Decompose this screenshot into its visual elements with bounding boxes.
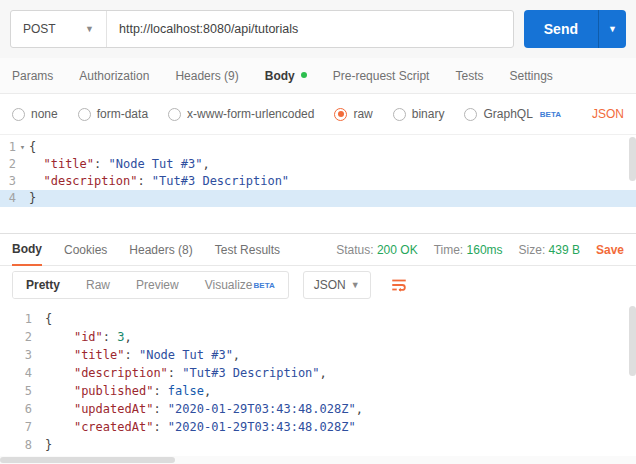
time-badge: Time: 160ms	[434, 243, 503, 257]
body-type-binary[interactable]: binary	[393, 107, 445, 121]
response-tab-headers[interactable]: Headers (8)	[129, 233, 192, 266]
response-horizontal-scrollbar[interactable]	[0, 456, 636, 464]
size-label: Size:	[519, 243, 546, 257]
tab-params[interactable]: Params	[12, 69, 53, 83]
method-select[interactable]: POST ▼	[11, 11, 107, 47]
radio-icon	[168, 108, 181, 121]
code-line-7[interactable]: 7 "createdAt": "2020-01-29T03:43:48.028Z…	[0, 418, 636, 436]
tab-pre-request-script[interactable]: Pre-request Script	[333, 69, 430, 83]
code-line-4[interactable]: 4}	[0, 190, 636, 207]
code-line-1[interactable]: 1▾{	[0, 139, 636, 156]
radio-selected-icon	[334, 108, 347, 121]
response-tab-test-results[interactable]: Test Results	[215, 233, 280, 266]
scrollbar-thumb[interactable]	[629, 306, 636, 376]
line-number: 2	[0, 156, 16, 173]
view-raw-button[interactable]: Raw	[73, 272, 123, 298]
fold-spacer	[32, 382, 45, 400]
send-label: Send	[544, 21, 578, 37]
wrap-lines-icon	[390, 276, 408, 294]
body-type-graphql[interactable]: GraphQLBETA	[464, 107, 561, 121]
code-line-6[interactable]: 6 "updatedAt": "2020-01-29T03:43:48.028Z…	[0, 400, 636, 418]
option-label: form-data	[97, 107, 148, 121]
view-preview-button[interactable]: Preview	[123, 272, 192, 298]
code-line-2[interactable]: 2 "title": "Node Tut #3",	[0, 156, 636, 173]
fold-spacer	[16, 156, 29, 173]
radio-icon	[78, 108, 91, 121]
response-editor-scrollbar[interactable]	[629, 306, 636, 458]
body-type-form-data[interactable]: form-data	[78, 107, 148, 121]
response-toolbar: Pretty Raw Preview VisualizeBETA JSON ▼	[0, 266, 636, 304]
tab-body-label: Body	[265, 69, 295, 83]
body-type-raw[interactable]: raw	[334, 107, 372, 121]
line-number: 2	[0, 328, 32, 346]
status-label: Status:	[336, 243, 373, 257]
code-text: "description": "Tut#3 Description",	[45, 364, 327, 382]
code-text: "id": 3,	[45, 328, 132, 346]
code-line-3[interactable]: 3 "description": "Tut#3 Description"	[0, 173, 636, 190]
time-value: 160ms	[467, 243, 503, 257]
scrollbar-thumb[interactable]	[0, 457, 175, 463]
body-content-dot-icon	[301, 72, 307, 78]
code-text: }	[29, 190, 36, 207]
response-tab-body[interactable]: Body	[12, 233, 42, 266]
line-number: 6	[0, 400, 32, 418]
body-type-options: none form-data x-www-form-urlencoded raw…	[0, 94, 636, 134]
scrollbar-thumb[interactable]	[629, 137, 636, 181]
code-line-8[interactable]: 8}	[0, 436, 636, 454]
fold-spacer	[32, 436, 45, 454]
raw-language-label: JSON	[592, 107, 624, 121]
send-button[interactable]: Send	[524, 10, 598, 48]
request-bar: POST ▼ Send ▼	[0, 0, 636, 58]
send-split-button: Send ▼	[524, 10, 626, 48]
tab-settings[interactable]: Settings	[509, 69, 552, 83]
option-label: raw	[353, 107, 372, 121]
code-line-2[interactable]: 2 "id": 3,	[0, 328, 636, 346]
status-value: 200 OK	[377, 243, 418, 257]
body-type-none[interactable]: none	[12, 107, 58, 121]
line-number: 1	[0, 310, 32, 328]
tab-body[interactable]: Body	[265, 69, 307, 83]
code-line-3[interactable]: 3 "title": "Node Tut #3",	[0, 346, 636, 364]
request-editor-scrollbar[interactable]	[629, 137, 636, 230]
view-pretty-button[interactable]: Pretty	[13, 272, 73, 298]
response-body-editor[interactable]: 1{2 "id": 3,3 "title": "Node Tut #3",4 "…	[0, 304, 636, 464]
request-body-editor[interactable]: 1▾{2 "title": "Node Tut #3",3 "descripti…	[0, 134, 636, 233]
beta-badge: BETA	[540, 110, 561, 119]
raw-language-select[interactable]: JSON	[592, 107, 624, 121]
code-text: {	[45, 310, 52, 328]
response-language-label: JSON	[314, 278, 346, 292]
code-text: "published": false,	[45, 382, 211, 400]
fold-spacer	[32, 328, 45, 346]
visualize-label: Visualize	[205, 278, 253, 292]
send-options-button[interactable]: ▼	[598, 10, 626, 48]
fold-spacer	[32, 400, 45, 418]
tab-headers[interactable]: Headers (9)	[175, 69, 238, 83]
fold-spacer	[16, 173, 29, 190]
code-line-5[interactable]: 5 "published": false,	[0, 382, 636, 400]
fold-spacer	[16, 190, 29, 207]
code-text: "title": "Node Tut #3",	[45, 346, 240, 364]
save-response-button[interactable]: Save	[596, 243, 624, 257]
tab-tests[interactable]: Tests	[455, 69, 483, 83]
method-label: POST	[23, 22, 56, 36]
url-input[interactable]	[107, 11, 513, 47]
wrap-lines-button[interactable]	[385, 271, 413, 299]
view-visualize-button[interactable]: VisualizeBETA	[192, 272, 288, 298]
response-meta-bar: Body Cookies Headers (8) Test Results St…	[0, 233, 636, 266]
code-text: "updatedAt": "2020-01-29T03:43:48.028Z",	[45, 400, 363, 418]
beta-badge: BETA	[254, 281, 275, 290]
option-label: x-www-form-urlencoded	[187, 107, 314, 121]
request-tabs: Params Authorization Headers (9) Body Pr…	[0, 58, 636, 94]
response-stats: Status: 200 OK Time: 160ms Size: 439 B S…	[336, 243, 624, 257]
response-tab-cookies[interactable]: Cookies	[64, 233, 107, 266]
code-text: "createdAt": "2020-01-29T03:43:48.028Z"	[45, 418, 356, 436]
code-line-1[interactable]: 1{	[0, 310, 636, 328]
line-number: 4	[0, 190, 16, 207]
fold-spacer	[32, 364, 45, 382]
body-type-x-www-form-urlencoded[interactable]: x-www-form-urlencoded	[168, 107, 314, 121]
code-line-4[interactable]: 4 "description": "Tut#3 Description",	[0, 364, 636, 382]
response-language-select[interactable]: JSON ▼	[303, 271, 371, 299]
fold-spacer	[32, 310, 45, 328]
fold-caret-icon[interactable]: ▾	[16, 139, 29, 156]
tab-authorization[interactable]: Authorization	[79, 69, 149, 83]
